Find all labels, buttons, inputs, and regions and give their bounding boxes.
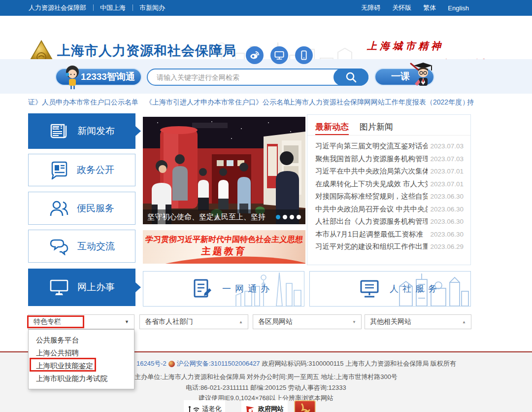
gov-site-logo-icon [245,404,255,412]
news-item[interactable]: 习近平在中共中央政治局第六次集体学... 2023.07.01 [315,165,464,178]
news-title[interactable]: 习近平在中共中央政治局第六次集体学... [315,167,428,176]
news-item[interactable]: 习近平对党的建设和组织工作作出重要... 2023.06.29 [315,240,464,253]
topbar-right-links: 无障碍 关怀版 繁体 English [361,3,469,12]
news-carousel[interactable]: 坚守初心使命、坚定人民至上、坚持... [143,117,305,224]
news-item[interactable]: 聚焦我国首部人力资源服务机构管理规定 2023.07.03 [315,153,464,166]
news-title[interactable]: 对接国际高标准经贸规则，这些自贸区... [315,192,428,201]
monitor-icon [49,278,69,297]
banner-line1: 学习贯彻习近平新时代中国特色社会主义思想 [143,235,305,245]
banner-yiwangtongban[interactable]: 一网通办 [143,271,304,307]
newspaper-icon: NEWS [49,122,69,140]
ticker-link-1[interactable]: 证》人员申办本市常住户口公示名单 [28,98,138,107]
carousel-dots [276,215,301,219]
search-button[interactable] [333,69,368,86]
banner-line2: 主题教育 [143,245,305,258]
city-spirit-title: 上海城市精神 [367,39,488,53]
news-item[interactable]: 在成果转化上下功夫见成效 市人大党组... 2023.07.01 [315,178,464,191]
sidebar-item-gov-disclosure[interactable]: 政务公开 [28,154,135,186]
ticker-link-3[interactable]: 上海市人力资源社会保障网网站工作年度报表（2022年度） [288,98,469,107]
chevron-down-icon: ▼ [125,319,129,324]
sidebar-item-interaction[interactable]: 互动交流 [28,230,135,263]
link-accessibility[interactable]: 无障碍 [361,3,380,12]
tab-latest-news[interactable]: 最新动态 [315,121,349,135]
desktop-site-icon[interactable] [270,46,288,64]
news-date: 2023.07.01 [430,168,464,175]
dropdown-option-vocational-ability-exam-institute[interactable]: 上海市职业能力考试院 [29,372,134,385]
topbar-left-links: 人力资源社会保障部 中国上海 市新闻办 [22,3,172,12]
select-provincial-hr-depts[interactable]: 各省市人社部门 ▲ [139,314,248,329]
page: 人力资源社会保障部 中国上海 市新闻办 无障碍 关怀版 繁体 English [0,0,532,412]
hotline-12333-button[interactable]: 12333智询通 [55,68,142,86]
news-title[interactable]: 聚焦我国首部人力资源服务机构管理规定 [315,154,428,164]
select-district-sites[interactable]: 各区局网站 ▼ [253,314,362,329]
sidebar-item-news[interactable]: NEWS 新闻发布 [28,113,135,149]
banner-renshe-service[interactable]: 人社服务 [309,271,471,307]
carousel-dot-1[interactable] [276,215,280,219]
news-item[interactable]: 对接国际高标准经贸规则，这些自贸区... 2023.06.30 [315,190,464,203]
news-title[interactable]: 习近平向第三届文明交流互鉴对话会暨... [315,141,428,151]
news-title[interactable]: 习近平对党的建设和组织工作作出重要... [315,242,428,251]
sidebar-item-online-services[interactable]: 网上办事 [28,269,135,306]
news-title[interactable]: 在成果转化上下功夫见成效 市人大党组... [315,179,428,189]
news-panel: 最新动态 图片新闻 习近平向第三届文明交流互鉴对话会暨... 2023.07.0… [307,114,471,265]
news-title[interactable]: 人社部出台《人力资源服务机构管理规... [315,217,428,226]
dropdown-option-public-service-platform[interactable]: 公共服务平台 [29,334,134,346]
news-item[interactable]: 人社部出台《人力资源服务机构管理规... 2023.06.30 [315,215,464,228]
news-date: 2023.07.01 [430,180,464,188]
accessibility-badge[interactable]: 适老化 [184,400,225,412]
document-pencil-icon [193,278,212,299]
search-band: 12333智询通 一课 [0,59,532,94]
header-social-icons [246,46,313,64]
link-care-version[interactable]: 关怀版 [392,3,411,12]
ticker-link-4[interactable]: 持 [467,98,474,107]
icp-link[interactable]: 16245号-2 [136,359,166,368]
site-title: 上海市人力资源和社会保障局 [57,42,236,60]
theme-education-banner[interactable]: 学习贯彻习近平新时代中国特色社会主义思想 主题教育 [143,230,305,264]
carousel-caption[interactable]: 坚守初心使命、坚定人民至上、坚持... [147,212,266,222]
carousel-dot-3[interactable] [290,215,294,219]
news-item[interactable]: 本市从7月1日起调整最低工资标准 2023.06.30 [315,228,464,241]
banner-label: 一网通办 [222,283,273,295]
carousel-caption-bar: 坚守初心使命、坚定人民至上、坚持... [143,209,305,224]
hotline-mascot-icon [61,64,84,90]
news-item[interactable]: 中共中央政治局召开会议 中共中央总书... 2023.06.30 [315,203,464,216]
news-title[interactable]: 中共中央政治局召开会议 中共中央总书... [315,205,428,214]
accessibility-badge-label: 适老化 [202,405,222,412]
news-list: 习近平向第三届文明交流互鉴对话会暨... 2023.07.03 聚焦我国首部人力… [307,136,470,253]
people-icon [49,199,69,218]
security-filing-link[interactable]: 沪公网安备:31011502006427 [177,359,260,368]
dropdown-option-vocational-skill-appraisal[interactable]: 上海职业技能鉴定 [29,359,134,372]
course-button[interactable]: 一课 [374,68,434,86]
link-english[interactable]: English [448,4,469,12]
weibo-icon[interactable] [246,46,264,64]
gov-site-badge[interactable]: 政府网站 [241,400,288,412]
calligraphy-glyph-icon [299,403,311,412]
link-mohrss[interactable]: 人力资源社会保障部 [22,3,93,12]
select-label: 其他相关网站 [370,317,411,326]
carousel-photo [143,117,305,224]
footer-copyright: 政府网站标识码:3100000115 上海市人力资源和社会保障局 版权所有 [262,359,456,368]
select-featured-columns[interactable]: 特色专栏 ▼ [28,314,134,329]
announcement-ticker: 证》人员申办本市常住户口公示名单 《上海市引进人才申办本市常住户口》公示名单 上… [0,94,532,111]
carousel-dot-4[interactable] [297,215,301,219]
sidebar-label: 便民服务 [77,202,114,215]
chevron-up-icon: ▲ [239,320,243,324]
monitor-icon [359,279,380,299]
select-label: 各区局网站 [258,317,293,326]
link-china-shanghai[interactable]: 中国上海 [93,3,133,12]
error-report-badge[interactable] [294,400,316,412]
link-traditional[interactable]: 繁体 [423,3,436,12]
select-related-sites[interactable]: 其他相关网站 ▲ [365,314,471,329]
news-date: 2023.06.30 [430,193,464,200]
news-date: 2023.06.30 [430,206,464,213]
carousel-dot-2[interactable] [283,215,287,219]
ticker-link-2[interactable]: 《上海市引进人才申办本市常住户口》公示名单 [145,98,290,107]
news-title[interactable]: 本市从7月1日起调整最低工资标准 [315,230,423,239]
document-icon [49,161,69,179]
sidebar-item-public-services[interactable]: 便民服务 [28,192,135,225]
link-city-news-office[interactable]: 市新闻办 [133,3,172,12]
news-item[interactable]: 习近平向第三届文明交流互鉴对话会暨... 2023.07.03 [315,140,464,153]
mobile-site-icon[interactable] [295,46,313,64]
tab-photo-news[interactable]: 图片新闻 [360,121,393,135]
dropdown-option-shanghai-public-recruitment[interactable]: 上海公共招聘 [29,346,134,359]
